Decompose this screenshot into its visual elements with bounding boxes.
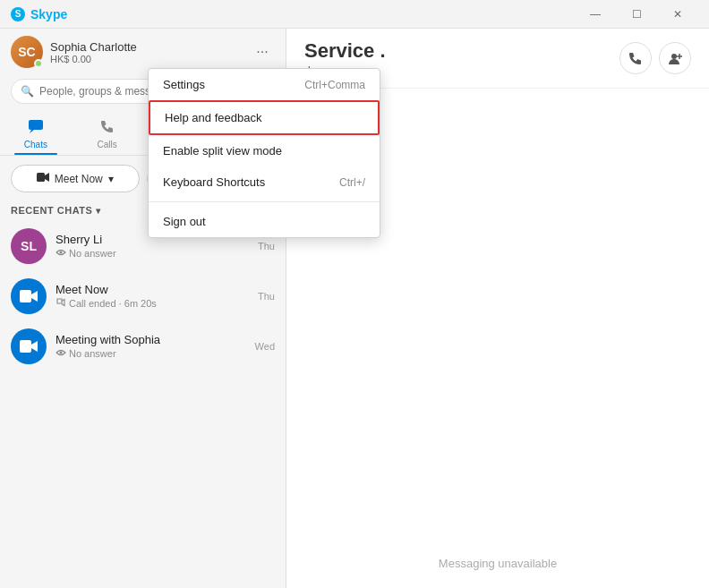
main-header-actions — [619, 42, 691, 74]
avatar — [11, 278, 47, 314]
unavailable-message: Messaging unavailable — [439, 557, 557, 570]
tab-calls[interactable]: Calls — [72, 111, 143, 155]
menu-item-help-feedback[interactable]: Help and feedback — [149, 100, 380, 135]
chat-list: SL Sherry Li No answer Thu — [0, 221, 286, 371]
app-name: Skype — [30, 7, 67, 21]
profile-info: Sophia Charlotte HK$ 0.00 — [50, 40, 250, 64]
tab-calls-label: Calls — [98, 140, 117, 149]
preview-text: No answer — [69, 348, 116, 359]
svg-point-13 — [60, 352, 63, 354]
menu-divider — [149, 201, 380, 202]
profile-balance: HK$ 0.00 — [50, 54, 250, 64]
chat-name: Meet Now — [56, 283, 258, 296]
menu-item-keyboard-shortcuts[interactable]: Keyboard Shortcuts Ctrl+/ — [149, 166, 380, 198]
profile-more-button[interactable]: ··· — [250, 39, 275, 64]
svg-rect-0 — [29, 120, 43, 130]
menu-item-settings-label: Settings — [163, 78, 205, 91]
dropdown-menu: Settings Ctrl+Comma Help and feedback En… — [148, 68, 380, 238]
menu-item-settings-shortcut: Ctrl+Comma — [304, 79, 365, 91]
preview-icon — [56, 347, 66, 360]
avatar-status — [34, 59, 43, 68]
chat-time: Thu — [258, 291, 275, 302]
meet-now-dropdown-icon: ▾ — [108, 173, 114, 185]
svg-rect-11 — [20, 340, 31, 353]
svg-marker-10 — [31, 291, 38, 302]
chat-info: Meet Now Call ended · 6m 20s — [56, 283, 258, 310]
svg-rect-4 — [37, 173, 45, 182]
title-bar: S Skype — ☐ ✕ — [0, 0, 709, 29]
svg-marker-12 — [31, 341, 38, 352]
menu-item-split-view[interactable]: Enable split view mode — [149, 135, 380, 166]
chats-tab-icon — [28, 118, 44, 138]
chat-name: Meeting with Sophia — [56, 333, 255, 346]
chat-preview: No answer — [56, 247, 258, 260]
recent-chats-chevron: ▾ — [96, 206, 101, 216]
main-title-text: Service . — [304, 39, 386, 63]
chat-preview: No answer — [56, 347, 255, 360]
svg-marker-1 — [30, 130, 34, 133]
meet-now-icon — [37, 171, 49, 186]
svg-marker-5 — [45, 173, 49, 182]
menu-item-keyboard-shortcuts-shortcut: Ctrl+/ — [339, 176, 365, 189]
avatar-initials: SC — [18, 45, 35, 59]
svg-point-8 — [60, 251, 63, 254]
avatar — [11, 328, 47, 364]
tab-chats[interactable]: Chats — [0, 111, 72, 155]
app-container: SC Sophia Charlotte HK$ 0.00 ··· 🔍 ⊞ Cha… — [0, 29, 709, 588]
avatar: SL — [11, 228, 47, 264]
profile-name: Sophia Charlotte — [50, 40, 250, 54]
menu-item-settings[interactable]: Settings Ctrl+Comma — [149, 69, 380, 100]
preview-icon — [56, 297, 66, 310]
calls-tab-icon — [99, 118, 115, 138]
call-button[interactable] — [619, 42, 652, 74]
maximize-button[interactable]: ☐ — [616, 0, 657, 29]
close-button[interactable]: ✕ — [657, 0, 698, 29]
menu-item-keyboard-shortcuts-label: Keyboard Shortcuts — [163, 175, 265, 189]
avatar-container: SC — [11, 36, 43, 68]
chat-time: Thu — [258, 241, 275, 251]
preview-text: Call ended · 6m 20s — [69, 298, 157, 309]
menu-item-sign-out-label: Sign out — [163, 215, 206, 228]
window-controls: — ☐ ✕ — [575, 0, 698, 29]
main-content: Service . d Messaging unavailable Settin… — [286, 29, 709, 588]
svg-point-14 — [671, 54, 677, 59]
svg-rect-9 — [20, 290, 31, 303]
preview-text: No answer — [69, 248, 116, 259]
tab-chats-label: Chats — [24, 140, 47, 149]
skype-icon: S — [11, 7, 25, 21]
minimize-button[interactable]: — — [575, 0, 616, 29]
chat-time: Wed — [255, 341, 275, 352]
meet-now-button[interactable]: Meet Now ▾ — [11, 165, 140, 192]
chat-preview: Call ended · 6m 20s — [56, 297, 258, 310]
menu-item-sign-out[interactable]: Sign out — [149, 206, 380, 237]
search-icon: 🔍 — [21, 85, 34, 98]
menu-item-help-feedback-label: Help and feedback — [165, 111, 261, 124]
app-logo: S Skype — [11, 7, 67, 21]
meet-now-label: Meet Now — [55, 173, 103, 185]
recent-chats-label: RECENT CHATS — [11, 205, 92, 216]
preview-icon — [56, 247, 66, 260]
add-contact-button[interactable] — [659, 42, 691, 74]
chat-info: Meeting with Sophia No answer — [56, 333, 255, 360]
list-item[interactable]: Meeting with Sophia No answer Wed — [0, 321, 286, 371]
menu-item-split-view-label: Enable split view mode — [163, 144, 282, 158]
list-item[interactable]: Meet Now Call ended · 6m 20s Thu — [0, 271, 286, 321]
